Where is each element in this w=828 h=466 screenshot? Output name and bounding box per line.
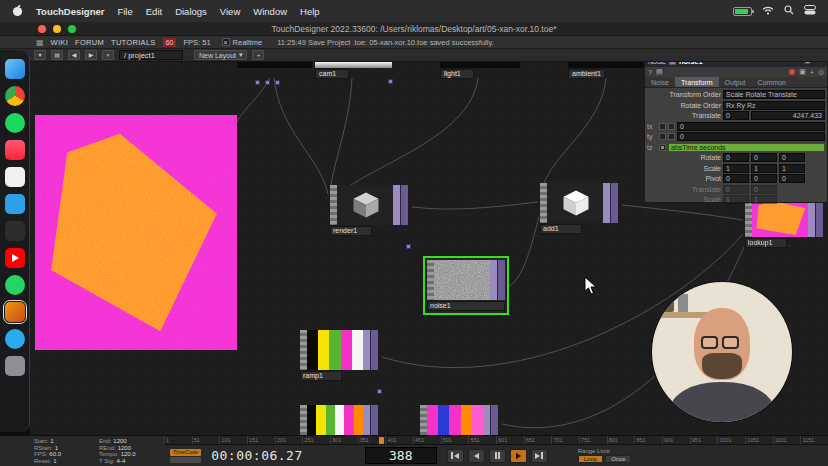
jump-start-button[interactable] xyxy=(447,449,464,463)
dock-icon-terminal[interactable] xyxy=(5,221,25,241)
node-flag-columns[interactable] xyxy=(490,260,505,300)
scale2-x-field[interactable]: 1 xyxy=(723,195,749,204)
dock-icon-music[interactable] xyxy=(5,140,25,160)
window-titlebar[interactable]: TouchDesigner 2022.33600: /Users/rikloma… xyxy=(0,22,828,36)
ty-mode-toggle[interactable] xyxy=(668,133,675,140)
translate2-y-field[interactable]: 0 xyxy=(751,185,777,194)
node-ramp1[interactable]: ramp1 xyxy=(300,330,378,381)
rotate-y-field[interactable]: 0 xyxy=(751,153,777,162)
jump-end-button[interactable] xyxy=(531,449,548,463)
help-icon[interactable]: ? xyxy=(648,69,652,76)
node-label[interactable]: light1 xyxy=(440,69,474,79)
node-flag-dot[interactable] xyxy=(377,389,382,394)
pane-split-icon[interactable]: ▤ xyxy=(51,50,63,60)
rstart-value[interactable]: 1 xyxy=(55,445,58,451)
control-center-icon[interactable] xyxy=(804,5,816,17)
dock-icon-spotify[interactable] xyxy=(5,113,25,133)
chevron-down-icon[interactable]: ▾ xyxy=(34,50,46,60)
rend-value[interactable]: 1200 xyxy=(118,445,131,451)
translate2-x-field[interactable]: 0 xyxy=(723,185,749,194)
menu-dialogs[interactable]: Dialogs xyxy=(175,6,207,17)
timecode-alt-chip[interactable] xyxy=(170,457,201,463)
rotate-order-select[interactable]: Rx Ry Rz xyxy=(723,101,825,110)
scale-x-field[interactable]: 1 xyxy=(723,164,749,173)
language-icon[interactable]: ▤ xyxy=(656,68,663,76)
battery-icon[interactable] xyxy=(733,7,752,16)
node-label[interactable]: noise1 xyxy=(427,301,505,311)
node-flag-columns[interactable] xyxy=(393,185,408,225)
tempo-value[interactable]: 120.0 xyxy=(121,451,136,457)
background-top-viewer[interactable] xyxy=(35,115,237,350)
nav-forward-icon[interactable]: ▶ xyxy=(85,50,97,60)
scale-y-field[interactable]: 1 xyxy=(751,164,777,173)
dock-icon-trash[interactable] xyxy=(5,356,25,376)
ty-field[interactable]: 0 xyxy=(677,132,825,141)
tx-mode-toggle[interactable] xyxy=(668,123,675,130)
node-flag-dot[interactable] xyxy=(406,244,411,249)
menu-file[interactable]: File xyxy=(117,6,132,17)
node-label[interactable]: ambient1 xyxy=(568,69,605,79)
node-ambient1[interactable]: ambient1 xyxy=(568,62,648,79)
node-flag-columns[interactable] xyxy=(363,330,378,370)
tx-field[interactable]: 0 xyxy=(677,122,825,131)
rotate-x-field[interactable]: 0 xyxy=(723,153,749,162)
play-button[interactable] xyxy=(510,449,527,463)
rotate-z-field[interactable]: 0 xyxy=(779,153,805,162)
node-noise1[interactable]: noise1 xyxy=(427,260,505,311)
nav-back-icon[interactable]: ◀ xyxy=(68,50,80,60)
plus-icon[interactable]: + xyxy=(810,69,814,76)
tx-toggle[interactable] xyxy=(659,123,666,130)
menu-app-name[interactable]: TouchDesigner xyxy=(36,6,104,17)
close-pane-icon[interactable]: × xyxy=(102,50,114,60)
node-flag-dot[interactable] xyxy=(275,80,280,85)
node-input-connectors[interactable] xyxy=(300,405,307,435)
node-top-unnamed[interactable] xyxy=(237,62,312,68)
translate-value-field[interactable]: 4247.433 xyxy=(751,111,825,120)
node-input-connectors[interactable] xyxy=(330,185,337,225)
menu-help[interactable]: Help xyxy=(300,6,320,17)
close-window-icon[interactable] xyxy=(38,25,46,33)
node-flag-dot[interactable] xyxy=(255,80,260,85)
node-cam1[interactable]: cam1 xyxy=(315,62,392,79)
dock-icon-vscode[interactable] xyxy=(5,194,25,214)
node-input-connectors[interactable] xyxy=(540,183,547,223)
dock-icon-youtube[interactable] xyxy=(5,248,25,268)
pivot-z-field[interactable]: 0 xyxy=(779,174,805,183)
node-bottom-left[interactable] xyxy=(300,405,378,435)
tz-expression-toggle[interactable] xyxy=(659,144,666,151)
menu-edit[interactable]: Edit xyxy=(146,6,162,17)
dock-icon-photos[interactable] xyxy=(5,167,25,187)
translate-x-field[interactable]: 0 xyxy=(723,111,749,120)
node-flag-columns[interactable] xyxy=(363,405,378,435)
tab-output[interactable]: Output xyxy=(719,77,752,87)
pivot-x-field[interactable]: 0 xyxy=(723,174,749,183)
wiki-button[interactable]: WIKI xyxy=(51,38,68,47)
minimize-window-icon[interactable] xyxy=(53,25,61,33)
dock-icon-whatsapp[interactable] xyxy=(5,275,25,295)
end-value[interactable]: 1200 xyxy=(113,438,126,444)
search-icon[interactable] xyxy=(784,5,794,17)
dock-icon-finder[interactable] xyxy=(5,59,25,79)
node-label[interactable]: add1 xyxy=(540,224,582,234)
new-layout-button[interactable]: New Layout ▾ xyxy=(194,50,247,60)
pivot-y-field[interactable]: 0 xyxy=(751,174,777,183)
fps-value[interactable]: 60.0 xyxy=(49,451,61,457)
menu-window[interactable]: Window xyxy=(253,6,287,17)
node-label[interactable]: cam1 xyxy=(315,69,349,79)
node-input-connectors[interactable] xyxy=(427,260,434,300)
node-input-connectors[interactable] xyxy=(300,330,307,370)
expand-icon[interactable]: ▣ xyxy=(799,68,806,76)
node-label[interactable]: render1 xyxy=(330,226,372,236)
node-add1[interactable]: add1 xyxy=(540,183,618,234)
transform-order-select[interactable]: Scale Rotate Translate xyxy=(723,90,825,99)
playhead[interactable] xyxy=(379,437,384,444)
pause-button[interactable] xyxy=(489,449,506,463)
node-label[interactable]: lookup1 xyxy=(745,238,787,248)
tab-common[interactable]: Common xyxy=(752,77,792,87)
tsig-value[interactable]: 4-4 xyxy=(117,458,126,464)
node-label[interactable]: ramp1 xyxy=(300,371,342,381)
scale2-y-field[interactable]: 1 xyxy=(751,195,777,204)
timecode-mode-chip[interactable]: TimeCode xyxy=(170,449,201,456)
menu-view[interactable]: View xyxy=(220,6,240,17)
tz-expression-field[interactable]: absTime.seconds xyxy=(668,143,825,152)
